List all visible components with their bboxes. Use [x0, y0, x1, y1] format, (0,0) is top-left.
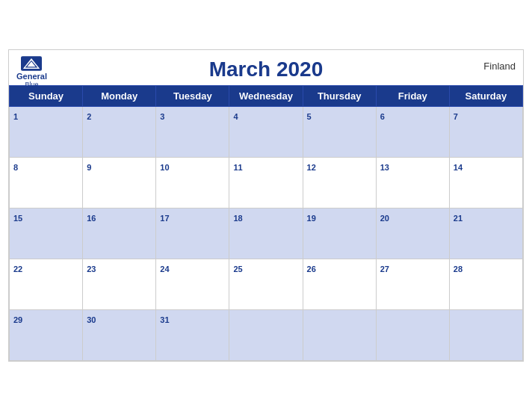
day-number-11: 11 — [233, 163, 242, 172]
day-cell-18: 18 — [229, 208, 303, 259]
week-row-5: 293031 — [10, 310, 523, 361]
day-cell-17: 17 — [156, 208, 229, 259]
day-number-23: 23 — [87, 265, 96, 274]
day-cell-16: 16 — [83, 208, 156, 259]
header-saturday: Saturday — [449, 86, 522, 107]
day-number-9: 9 — [87, 163, 91, 172]
calendar-title: March 2020 — [24, 58, 508, 81]
day-number-19: 19 — [307, 214, 316, 223]
day-cell-20: 20 — [376, 208, 449, 259]
brand-name-general: General — [16, 72, 47, 81]
day-number-26: 26 — [307, 265, 316, 274]
day-cell-3: 3 — [156, 107, 229, 158]
day-cell-9: 9 — [83, 158, 156, 208]
calendar-header: General Blue March 2020 Finland — [9, 50, 523, 85]
week-row-1: 1234567 — [10, 107, 523, 158]
day-number-27: 27 — [380, 265, 389, 274]
day-cell-7: 7 — [449, 107, 522, 158]
day-cell-1: 1 — [10, 107, 83, 158]
day-number-13: 13 — [380, 163, 389, 172]
day-number-28: 28 — [454, 265, 463, 274]
country-label: Finland — [483, 61, 516, 72]
logo-icon — [21, 56, 42, 71]
header-monday: Monday — [83, 86, 156, 107]
day-number-25: 25 — [233, 265, 242, 274]
day-number-18: 18 — [233, 214, 242, 223]
day-number-15: 15 — [13, 214, 22, 223]
day-number-12: 12 — [307, 163, 316, 172]
day-cell-29: 29 — [10, 310, 83, 361]
day-number-3: 3 — [160, 112, 164, 121]
calendar: General Blue March 2020 Finland Sunday M… — [8, 49, 524, 362]
day-cell-25: 25 — [229, 259, 303, 310]
header-thursday: Thursday — [303, 86, 376, 107]
header-friday: Friday — [376, 86, 449, 107]
day-cell-19: 19 — [303, 208, 376, 259]
header-wednesday: Wednesday — [229, 86, 303, 107]
day-cell-2: 2 — [83, 107, 156, 158]
day-cell-22: 22 — [10, 259, 83, 310]
day-cell-27: 27 — [376, 259, 449, 310]
calendar-table: Sunday Monday Tuesday Wednesday Thursday… — [9, 85, 523, 361]
day-cell-30: 30 — [83, 310, 156, 361]
day-cell-6: 6 — [376, 107, 449, 158]
day-number-20: 20 — [380, 214, 389, 223]
day-number-5: 5 — [307, 112, 312, 121]
header-sunday: Sunday — [10, 86, 83, 107]
day-cell-31: 31 — [156, 310, 229, 361]
day-number-31: 31 — [160, 315, 169, 324]
brand-name-blue: Blue — [25, 81, 38, 88]
day-number-17: 17 — [160, 214, 169, 223]
day-cell-28: 28 — [449, 259, 522, 310]
day-cell-5: 5 — [303, 107, 376, 158]
day-number-22: 22 — [13, 265, 22, 274]
day-cell-15: 15 — [10, 208, 83, 259]
day-number-30: 30 — [87, 315, 96, 324]
day-number-14: 14 — [454, 163, 463, 172]
day-number-24: 24 — [160, 265, 169, 274]
day-number-1: 1 — [13, 112, 18, 121]
empty-cell — [229, 310, 303, 361]
day-cell-24: 24 — [156, 259, 229, 310]
day-number-7: 7 — [454, 112, 458, 121]
week-row-4: 22232425262728 — [10, 259, 523, 310]
day-number-2: 2 — [87, 112, 91, 121]
day-cell-11: 11 — [229, 158, 303, 208]
brand-logo: General Blue — [16, 56, 47, 88]
weekday-header-row: Sunday Monday Tuesday Wednesday Thursday… — [10, 86, 523, 107]
day-cell-26: 26 — [303, 259, 376, 310]
day-cell-8: 8 — [10, 158, 83, 208]
day-number-21: 21 — [454, 214, 463, 223]
day-cell-14: 14 — [449, 158, 522, 208]
empty-cell — [303, 310, 376, 361]
day-cell-10: 10 — [156, 158, 229, 208]
day-cell-13: 13 — [376, 158, 449, 208]
day-number-4: 4 — [233, 112, 238, 121]
day-cell-23: 23 — [83, 259, 156, 310]
day-number-29: 29 — [13, 315, 22, 324]
day-number-8: 8 — [13, 163, 18, 172]
week-row-3: 15161718192021 — [10, 208, 523, 259]
day-number-6: 6 — [380, 112, 385, 121]
week-row-2: 891011121314 — [10, 158, 523, 208]
day-cell-12: 12 — [303, 158, 376, 208]
day-cell-4: 4 — [229, 107, 303, 158]
header-tuesday: Tuesday — [156, 86, 229, 107]
day-cell-21: 21 — [449, 208, 522, 259]
empty-cell — [376, 310, 449, 361]
empty-cell — [449, 310, 522, 361]
day-number-16: 16 — [87, 214, 96, 223]
day-number-10: 10 — [160, 163, 169, 172]
